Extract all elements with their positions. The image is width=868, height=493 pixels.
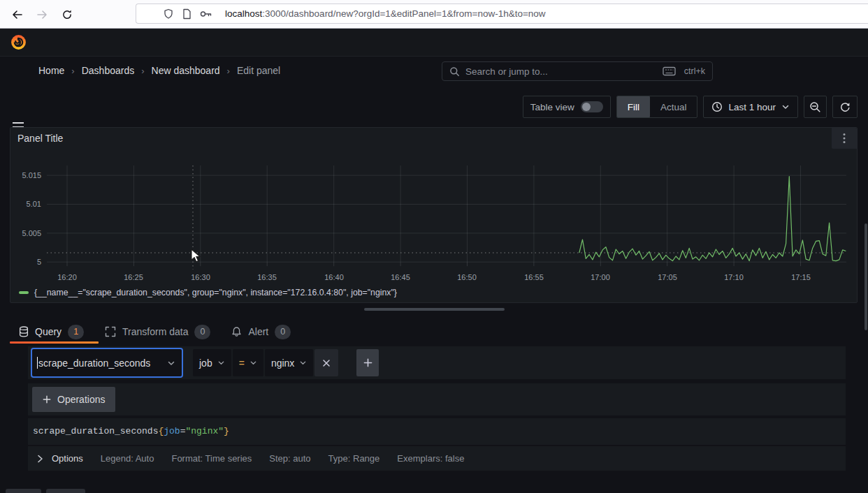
chevron-down-icon [217,359,225,367]
mouse-cursor [191,249,203,264]
x-axis-tick-label: 16:50 [451,273,482,282]
legend-item[interactable]: {__name__="scrape_duration_seconds", gro… [19,288,397,297]
tab-query-label: Query [35,326,62,337]
label-filter-value-select[interactable]: nginx [265,349,313,376]
panel-menu-button[interactable] [832,128,857,149]
add-label-filter-button[interactable] [356,349,379,376]
chevron-down-icon [249,359,257,367]
label-filter-operator-select[interactable]: = [233,349,263,376]
active-tab-indicator [10,341,99,344]
database-icon [19,326,29,337]
option-format: Format: Time series [171,453,252,464]
url-path: :3000/dashboard/new?orgId=1&editPanel=1&… [262,8,545,19]
metric-select[interactable]: scrape_duration_seconds [32,349,182,376]
browser-back-button[interactable] [7,5,27,24]
legend-series-swatch [19,291,29,294]
plus-icon [43,395,51,404]
grafana-logo[interactable] [10,34,27,51]
transform-icon [105,326,116,337]
chevron-right-icon [37,455,43,463]
table-view-label: Table view [530,102,574,112]
page-info-icon[interactable] [182,8,191,20]
expr-metric: scrape_duration_seconds [33,426,158,436]
chevron-down-icon [299,359,307,367]
panel-edit-toolbar: Table view Fill Actual Last 1 hour [523,96,858,118]
legend-series-label: {__name__="scrape_duration_seconds", gro… [34,288,397,297]
bottom-partial-button-2[interactable] [46,489,85,493]
x-axis-tick-label: 16:20 [52,273,82,282]
browser-toolbar: localhost:3000/dashboard/new?orgId=1&edi… [0,0,868,29]
metric-select-value: scrape_duration_seconds [38,358,150,369]
panel-title[interactable]: Panel Title [17,133,63,144]
time-series-chart[interactable]: 55.0055.015.01516:2016:2516:3016:3516:40… [10,128,857,302]
tab-transform-data[interactable]: Transform data 0 [96,320,219,344]
time-range-label: Last 1 hour [728,102,776,112]
time-range-picker[interactable]: Last 1 hour [703,96,798,118]
remove-label-filter-button[interactable] [314,349,338,376]
table-view-toggle[interactable]: Table view [523,96,611,118]
url-text: localhost:3000/dashboard/new?orgId=1&edi… [225,8,546,19]
breadcrumb: Home › Dashboards › New dashboard › Edit… [38,57,280,84]
x-axis-tick-label: 16:40 [319,273,349,282]
label-filter-group: job = nginx [193,349,338,376]
option-exemplars: Exemplars: false [397,453,464,464]
x-axis-tick-label: 17:15 [786,273,816,282]
fill-button[interactable]: Fill [617,96,650,117]
x-axis-tick-label: 16:55 [519,273,549,282]
x-axis-tick-label: 17:10 [718,273,749,282]
tab-transform-count-badge: 0 [194,325,210,339]
expr-label: job [164,426,180,436]
key-permission-icon[interactable] [199,8,213,20]
option-step: Step: auto [269,453,310,464]
refresh-button[interactable] [832,96,858,118]
operations-row: Operations [28,383,846,415]
query-preview-row: scrape_duration_seconds{job="nginx"} [28,418,846,445]
label-filter-key: job [199,358,212,369]
kebab-icon [843,133,846,144]
chevron-down-icon [781,103,790,111]
fill-actual-switcher: Fill Actual [616,96,698,118]
breadcrumb-row: Home › Dashboards › New dashboard › Edit… [0,57,868,84]
actual-button[interactable]: Actual [650,96,697,117]
add-operations-button[interactable]: Operations [32,387,115,412]
tab-alert-label: Alert [248,326,268,337]
options-label: Options [52,453,83,464]
breadcrumb-item-new-dashboard[interactable]: New dashboard [152,65,220,76]
options-collapse-toggle[interactable]: Options [37,453,83,464]
operations-button-label: Operations [57,394,105,405]
label-filter-key-select[interactable]: job [193,349,231,376]
plus-icon [363,358,372,367]
browser-reload-button[interactable] [57,5,77,24]
query-options-row[interactable]: Options Legend: Auto Format: Time series… [28,446,846,471]
breadcrumb-item-home[interactable]: Home [38,65,64,76]
panel-resize-handle[interactable] [364,308,505,311]
page-scrollbar-thumb[interactable] [865,223,867,330]
bell-icon [231,326,242,337]
chevron-down-icon [167,359,175,367]
browser-forward-button[interactable] [32,5,52,24]
chevron-right-icon: › [220,66,237,76]
y-axis-tick-label: 5.01 [10,200,41,209]
x-axis-tick-label: 16:45 [385,273,416,282]
expr-close-brace: } [224,426,229,436]
timeseries-panel: Panel Title 55.0055.015.01516:2016:2516:… [10,127,858,303]
tab-alert[interactable]: Alert 0 [222,320,300,344]
query-builder-row: scrape_duration_seconds job = nginx [28,346,846,379]
x-axis-tick-label: 17:00 [585,273,616,282]
y-axis-tick-label: 5.015 [10,171,41,180]
toggle-switch-off[interactable] [581,101,603,112]
breadcrumb-item-dashboards[interactable]: Dashboards [82,65,135,76]
url-host: localhost [225,8,262,19]
x-axis-tick-label: 16:35 [252,273,282,282]
grafana-top-nav: Search or jump to... ctrl+k [0,29,868,57]
bottom-partial-button-1[interactable] [6,489,41,493]
x-axis-tick-label: 17:05 [652,273,683,282]
shield-icon [163,8,174,20]
browser-url-bar[interactable]: localhost:3000/dashboard/new?orgId=1&edi… [136,3,868,24]
chevron-right-icon: › [64,66,81,76]
tab-query[interactable]: Query 1 [10,320,93,344]
label-filter-value: nginx [271,358,294,369]
tab-transform-label: Transform data [122,326,188,337]
option-type: Type: Range [328,453,380,464]
zoom-out-button[interactable] [804,96,827,118]
